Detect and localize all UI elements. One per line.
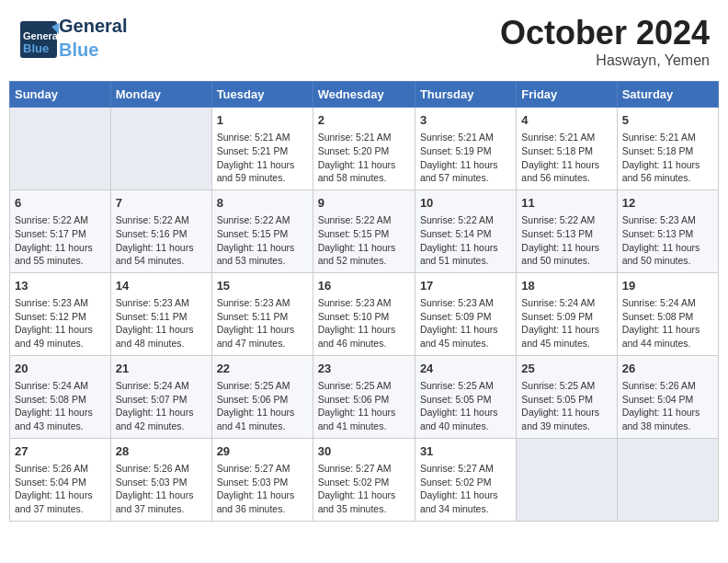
- calendar-cell: 17Sunrise: 5:23 AMSunset: 5:09 PMDayligh…: [415, 272, 516, 355]
- day-info: Sunrise: 5:22 AMSunset: 5:16 PMDaylight:…: [116, 213, 207, 268]
- calendar-cell: [110, 108, 211, 190]
- calendar-cell: 23Sunrise: 5:25 AMSunset: 5:06 PMDayligh…: [313, 355, 415, 438]
- page-subtitle: Haswayn, Yemen: [500, 52, 710, 69]
- day-number: 10: [420, 195, 511, 212]
- calendar-cell: 5Sunrise: 5:21 AMSunset: 5:18 PMDaylight…: [617, 108, 718, 190]
- day-number: 28: [116, 443, 207, 460]
- day-info: Sunrise: 5:24 AMSunset: 5:08 PMDaylight:…: [15, 379, 106, 433]
- calendar-cell: 30Sunrise: 5:27 AMSunset: 5:02 PMDayligh…: [313, 438, 415, 521]
- day-info: Sunrise: 5:27 AMSunset: 5:02 PMDaylight:…: [318, 462, 410, 516]
- day-info: Sunrise: 5:25 AMSunset: 5:05 PMDaylight:…: [521, 379, 611, 433]
- day-info: Sunrise: 5:22 AMSunset: 5:17 PMDaylight:…: [15, 213, 106, 268]
- calendar-cell: 2Sunrise: 5:21 AMSunset: 5:20 PMDaylight…: [313, 108, 415, 190]
- svg-text:General: General: [23, 30, 59, 41]
- calendar-cell: 11Sunrise: 5:22 AMSunset: 5:13 PMDayligh…: [517, 190, 617, 272]
- day-info: Sunrise: 5:26 AMSunset: 5:04 PMDaylight:…: [622, 379, 713, 433]
- calendar-cell: 8Sunrise: 5:22 AMSunset: 5:15 PMDaylight…: [211, 190, 313, 272]
- day-number: 19: [622, 278, 713, 294]
- day-number: 17: [420, 278, 511, 294]
- calendar-cell: 10Sunrise: 5:22 AMSunset: 5:14 PMDayligh…: [415, 190, 516, 272]
- day-info: Sunrise: 5:23 AMSunset: 5:12 PMDaylight:…: [15, 296, 106, 350]
- calendar-cell: 24Sunrise: 5:25 AMSunset: 5:05 PMDayligh…: [415, 355, 516, 438]
- calendar-cell: 31Sunrise: 5:27 AMSunset: 5:02 PMDayligh…: [415, 438, 516, 521]
- day-number: 23: [318, 361, 410, 377]
- calendar-cell: 4Sunrise: 5:21 AMSunset: 5:18 PMDaylight…: [517, 108, 617, 190]
- calendar-cell: 20Sunrise: 5:24 AMSunset: 5:08 PMDayligh…: [10, 355, 111, 438]
- calendar-cell: 6Sunrise: 5:22 AMSunset: 5:17 PMDaylight…: [10, 190, 111, 272]
- day-info: Sunrise: 5:21 AMSunset: 5:18 PMDaylight:…: [622, 131, 713, 185]
- day-number: 6: [15, 195, 106, 212]
- page-title: October 2024: [500, 14, 710, 52]
- calendar-cell: 18Sunrise: 5:24 AMSunset: 5:09 PMDayligh…: [517, 272, 617, 355]
- column-header-wednesday: Wednesday: [313, 82, 415, 108]
- column-header-saturday: Saturday: [617, 82, 718, 108]
- calendar-cell: 21Sunrise: 5:24 AMSunset: 5:07 PMDayligh…: [110, 355, 211, 438]
- logo-icon: General Blue: [18, 19, 55, 56]
- calendar-cell: 9Sunrise: 5:22 AMSunset: 5:15 PMDaylight…: [313, 190, 415, 272]
- day-info: Sunrise: 5:27 AMSunset: 5:03 PMDaylight:…: [217, 462, 308, 516]
- calendar-cell: [617, 438, 718, 521]
- day-number: 12: [622, 195, 713, 212]
- day-number: 21: [116, 361, 207, 377]
- calendar-cell: 15Sunrise: 5:23 AMSunset: 5:11 PMDayligh…: [211, 272, 313, 355]
- calendar-cell: [517, 438, 617, 521]
- day-number: 4: [521, 112, 611, 129]
- day-info: Sunrise: 5:24 AMSunset: 5:09 PMDaylight:…: [521, 296, 611, 350]
- day-info: Sunrise: 5:25 AMSunset: 5:05 PMDaylight:…: [420, 379, 511, 433]
- day-number: 13: [15, 278, 106, 294]
- day-number: 2: [318, 112, 410, 129]
- day-number: 24: [420, 361, 511, 377]
- column-header-monday: Monday: [110, 82, 211, 108]
- calendar-cell: 19Sunrise: 5:24 AMSunset: 5:08 PMDayligh…: [617, 272, 718, 355]
- day-info: Sunrise: 5:21 AMSunset: 5:20 PMDaylight:…: [318, 131, 410, 185]
- day-number: 3: [420, 112, 511, 129]
- column-header-friday: Friday: [517, 82, 617, 108]
- day-number: 27: [15, 443, 106, 460]
- day-info: Sunrise: 5:23 AMSunset: 5:11 PMDaylight:…: [217, 296, 308, 350]
- day-number: 29: [217, 443, 308, 460]
- day-number: 5: [622, 112, 713, 129]
- day-number: 1: [217, 112, 308, 129]
- calendar-cell: 26Sunrise: 5:26 AMSunset: 5:04 PMDayligh…: [617, 355, 718, 438]
- day-number: 30: [318, 443, 410, 460]
- calendar-cell: 27Sunrise: 5:26 AMSunset: 5:04 PMDayligh…: [10, 438, 111, 521]
- logo: General Blue General Blue: [18, 14, 127, 62]
- day-number: 7: [116, 195, 207, 212]
- day-info: Sunrise: 5:26 AMSunset: 5:04 PMDaylight:…: [15, 462, 106, 516]
- week-row-2: 6Sunrise: 5:22 AMSunset: 5:17 PMDaylight…: [10, 190, 719, 272]
- calendar-cell: 13Sunrise: 5:23 AMSunset: 5:12 PMDayligh…: [10, 272, 111, 355]
- day-info: Sunrise: 5:22 AMSunset: 5:13 PMDaylight:…: [521, 213, 611, 268]
- title-block: October 2024 Haswayn, Yemen: [500, 14, 710, 69]
- week-row-1: 1Sunrise: 5:21 AMSunset: 5:21 PMDaylight…: [10, 108, 719, 190]
- day-number: 20: [15, 361, 106, 377]
- day-info: Sunrise: 5:21 AMSunset: 5:21 PMDaylight:…: [217, 131, 308, 185]
- day-info: Sunrise: 5:22 AMSunset: 5:15 PMDaylight:…: [318, 213, 410, 268]
- calendar-cell: 25Sunrise: 5:25 AMSunset: 5:05 PMDayligh…: [517, 355, 617, 438]
- day-info: Sunrise: 5:25 AMSunset: 5:06 PMDaylight:…: [217, 379, 308, 433]
- day-number: 31: [420, 443, 511, 460]
- logo-text: General Blue: [59, 14, 127, 62]
- column-header-tuesday: Tuesday: [211, 82, 313, 108]
- day-number: 8: [217, 195, 308, 212]
- svg-text:Blue: Blue: [23, 41, 49, 55]
- header: General Blue General Blue October 2024 H…: [9, 9, 719, 74]
- day-info: Sunrise: 5:25 AMSunset: 5:06 PMDaylight:…: [318, 379, 410, 433]
- calendar-cell: 3Sunrise: 5:21 AMSunset: 5:19 PMDaylight…: [415, 108, 516, 190]
- day-info: Sunrise: 5:23 AMSunset: 5:10 PMDaylight:…: [318, 296, 410, 350]
- day-info: Sunrise: 5:23 AMSunset: 5:11 PMDaylight:…: [116, 296, 207, 350]
- day-info: Sunrise: 5:22 AMSunset: 5:15 PMDaylight:…: [217, 213, 308, 268]
- week-row-5: 27Sunrise: 5:26 AMSunset: 5:04 PMDayligh…: [10, 438, 719, 521]
- day-info: Sunrise: 5:21 AMSunset: 5:19 PMDaylight:…: [420, 131, 511, 185]
- week-row-4: 20Sunrise: 5:24 AMSunset: 5:08 PMDayligh…: [10, 355, 719, 438]
- day-number: 11: [521, 195, 611, 212]
- day-number: 25: [521, 361, 611, 377]
- day-info: Sunrise: 5:27 AMSunset: 5:02 PMDaylight:…: [420, 462, 511, 516]
- day-number: 15: [217, 278, 308, 294]
- day-info: Sunrise: 5:26 AMSunset: 5:03 PMDaylight:…: [116, 462, 207, 516]
- day-info: Sunrise: 5:24 AMSunset: 5:08 PMDaylight:…: [622, 296, 713, 350]
- day-info: Sunrise: 5:22 AMSunset: 5:14 PMDaylight:…: [420, 213, 511, 268]
- calendar-cell: 14Sunrise: 5:23 AMSunset: 5:11 PMDayligh…: [110, 272, 211, 355]
- calendar-cell: 7Sunrise: 5:22 AMSunset: 5:16 PMDaylight…: [110, 190, 211, 272]
- calendar-cell: 29Sunrise: 5:27 AMSunset: 5:03 PMDayligh…: [211, 438, 313, 521]
- day-info: Sunrise: 5:21 AMSunset: 5:18 PMDaylight:…: [521, 131, 611, 185]
